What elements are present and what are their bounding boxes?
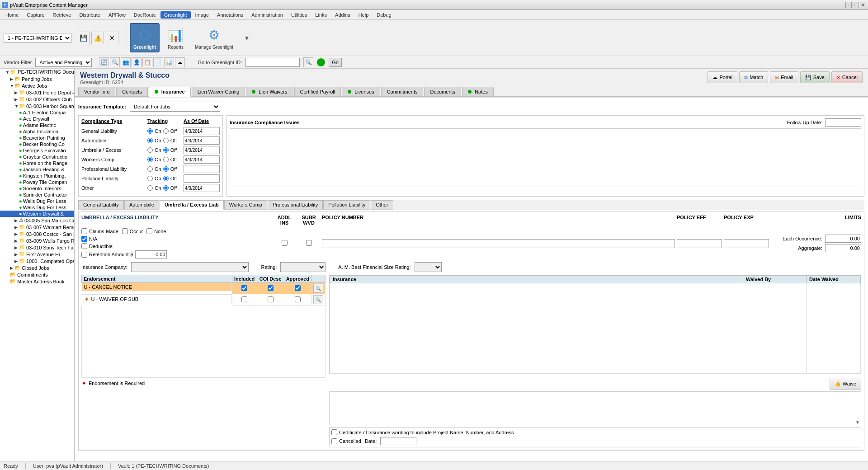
am-best-select[interactable] — [415, 262, 442, 272]
filter-icon2[interactable]: 👥 — [121, 57, 131, 67]
filter-icon6[interactable]: 📊 — [164, 57, 174, 67]
menu-utilities[interactable]: Utilities — [288, 11, 311, 19]
filter-icon1[interactable]: 🔍 — [110, 57, 120, 67]
menu-home[interactable]: Home — [2, 11, 22, 19]
save-small-button[interactable]: 💾 — [77, 32, 90, 44]
maximize-button[interactable]: □ — [853, 2, 859, 8]
menu-docroute[interactable]: DocRoute — [130, 11, 160, 19]
notes-textarea[interactable] — [330, 392, 861, 419]
waive-button[interactable]: 👍 Waive — [830, 378, 861, 390]
comp-date-input-umbrella[interactable] — [184, 146, 220, 154]
rating-select[interactable] — [280, 262, 326, 272]
tree-item-graybar[interactable]: ● Graybar Constructio — [0, 154, 74, 160]
tab-lien-waiver-config[interactable]: Lien Waiver Config — [192, 87, 245, 96]
tree-item-a1electric[interactable]: ● A-1 Electric Compa — [0, 109, 74, 116]
sub-tab-workers-comp[interactable]: Workers Comp — [224, 200, 267, 210]
tree-item-active[interactable]: ▼ 📂 Active Jobs — [0, 82, 74, 89]
endorsement-row-2[interactable]: ✦ U - WAIVER OF SUB 🔍 — [82, 294, 326, 306]
retention-input[interactable] — [135, 250, 167, 258]
portal-button[interactable]: ☁ Portal — [708, 71, 737, 83]
cancelled-date-input[interactable] — [380, 437, 416, 445]
tree-item-pending[interactable]: ▶ 📂 Pending Jobs — [0, 75, 74, 82]
document-dropdown[interactable]: 1 - PE-TECHWRITING Documer — [4, 33, 71, 43]
tree-item-kingston[interactable]: ● Kingston Plumbing, — [0, 173, 74, 179]
tree-item-masteraddress[interactable]: 📂 Master Address Book — [0, 278, 74, 285]
tree-item-sprinkler[interactable]: ● Sprinkler Contractor — [0, 192, 74, 198]
email-button[interactable]: ✉ Email — [770, 71, 798, 83]
insurance-company-select[interactable] — [131, 262, 249, 272]
endorsement-search-btn-2[interactable]: 🔍 — [313, 295, 323, 304]
vendor-filter-select[interactable]: Active and Pending Active Pending All — [35, 58, 92, 67]
menu-links[interactable]: Links — [311, 11, 330, 19]
filter-icon5[interactable]: 📄 — [153, 57, 163, 67]
reports-toolbar-button[interactable]: 📊 Reports — [163, 24, 188, 52]
comp-date-input-pollution[interactable] — [184, 174, 220, 183]
menu-retrieve[interactable]: Retrieve — [49, 11, 75, 19]
menu-addins[interactable]: Addins — [331, 11, 354, 19]
endorsement-row-1[interactable]: U - CANCEL NOTICE 🔍 — [82, 283, 326, 294]
compliance-issues-textarea[interactable] — [230, 128, 861, 187]
filter-icon4[interactable]: 📋 — [142, 57, 152, 67]
go-search-icon[interactable]: 🔍 — [303, 57, 313, 67]
menu-debug[interactable]: Debug — [373, 11, 395, 19]
tab-commitments[interactable]: Commitments — [381, 87, 424, 96]
tree-item-western[interactable]: ● Western Drywall & — [0, 211, 74, 217]
certificate-checkbox[interactable] — [331, 429, 337, 435]
follow-up-date-input[interactable] — [825, 118, 861, 127]
tree-item-03007[interactable]: ▶ 📁 03-007 Walmart Remo — [0, 224, 74, 230]
save-button[interactable]: 💾 Save — [800, 71, 830, 83]
tab-vendor-info[interactable]: Vendor Info — [78, 87, 115, 96]
menu-capture[interactable]: Capture — [23, 11, 48, 19]
sub-tab-automobile[interactable]: Automobile — [124, 200, 159, 210]
comp-date-input-auto[interactable] — [184, 136, 220, 145]
policy-eff-input[interactable] — [677, 239, 722, 248]
compliance-type-header[interactable]: Compliance Type — [81, 118, 147, 124]
tree-item-03009[interactable]: ▶ 📁 03-009 Wells Fargo Re — [0, 237, 74, 244]
tree-item-closedjobs[interactable]: ▶ 📂 Closed Jobs — [0, 264, 74, 271]
comp-date-input-general[interactable] — [184, 127, 220, 135]
cancelled-checkbox[interactable] — [331, 438, 337, 444]
menu-help[interactable]: Help — [355, 11, 373, 19]
compliance-tracking-header[interactable]: Tracking — [147, 118, 184, 124]
refresh-icon[interactable]: 🔄 — [99, 57, 109, 67]
tree-item-completed-ops[interactable]: ▶ 📁 1000- Completed Operations — [0, 258, 74, 264]
tree-item-03001[interactable]: ▶ 📁 03-001 Home Depot - — [0, 89, 74, 96]
tree-item-wells2[interactable]: ● Wells Dug For Less — [0, 204, 74, 211]
tree-item-poway[interactable]: ● Poway Tile Compan — [0, 179, 74, 185]
tree-item-root[interactable]: ▼ 📁 PE-TECHWRITING Documents — [0, 69, 74, 75]
filter-icon7[interactable]: ☁ — [175, 57, 185, 67]
menu-administration[interactable]: Administration — [248, 11, 287, 19]
addl-ins-checkbox[interactable] — [282, 240, 288, 246]
menu-apflow[interactable]: APFlow — [105, 11, 129, 19]
compliance-date-header[interactable]: As Of Date — [184, 118, 220, 124]
delete-button[interactable]: ✕ — [106, 32, 118, 44]
menu-annotations[interactable]: Annotations — [213, 11, 247, 19]
comp-date-input-other[interactable] — [184, 184, 220, 192]
sub-tab-professional[interactable]: Professional Liability — [268, 200, 323, 210]
sub-tab-general-liability[interactable]: General Liability — [78, 200, 124, 210]
tree-item-acedrywall[interactable]: ● Ace Drywall — [0, 116, 74, 122]
comp-date-input-professional[interactable] — [184, 165, 220, 173]
tree-item-firstavenue[interactable]: ▶ 📁 First Avenue Hi — [0, 251, 74, 258]
tree-item-03010[interactable]: ▶ 📁 03-010 Sony Tech Fab — [0, 244, 74, 251]
tab-documents[interactable]: Documents — [424, 87, 461, 96]
menu-image[interactable]: Image — [192, 11, 213, 19]
go-button[interactable]: Go — [329, 58, 342, 67]
insurance-template-select[interactable]: Default For Jobs Standard Custom — [130, 102, 220, 112]
tree-item-03002[interactable]: ▶ 📁 03-002 Officers Club - — [0, 96, 74, 103]
tree-item-03008[interactable]: ▶ 📁 03-008 Costco - San M — [0, 230, 74, 237]
tree-item-03003[interactable]: ▼ 📁 03-003 Harbor Square — [0, 103, 74, 109]
tree-item-alphainsulation[interactable]: ● Alpha Insulation — [0, 128, 74, 135]
match-button[interactable]: ⧉ Match — [739, 71, 768, 83]
cancel-button[interactable]: ✕ Cancel — [831, 71, 863, 83]
tree-item-homerange[interactable]: ● Home on the Range — [0, 160, 74, 166]
sub-tab-pollution[interactable]: Pollution Liability — [323, 200, 370, 210]
tree-item-beaverton[interactable]: ● Beaverton Painting — [0, 135, 74, 141]
policy-number-input[interactable] — [322, 239, 675, 248]
tab-contacts[interactable]: Contacts — [116, 87, 147, 96]
minimize-button[interactable]: − — [845, 2, 852, 8]
filter-icon3[interactable]: 👤 — [132, 57, 142, 67]
policy-exp-input[interactable] — [724, 239, 769, 248]
each-occurrence-input[interactable] — [825, 235, 861, 243]
menu-distribute[interactable]: Distribute — [75, 11, 104, 19]
